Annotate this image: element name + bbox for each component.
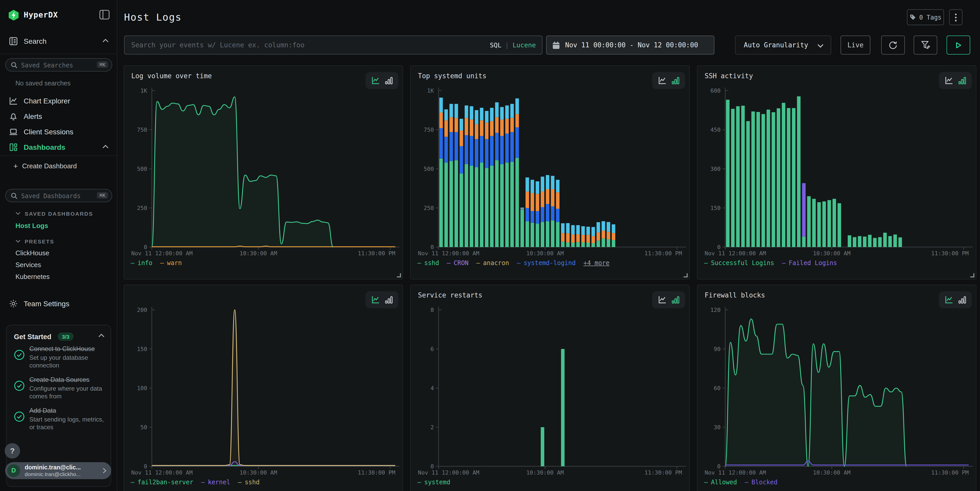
legend-more-link[interactable]: +4 more <box>584 259 609 267</box>
sidebar-item-client-sessions[interactable]: Client Sessions <box>0 125 117 138</box>
user-menu[interactable]: D dominic.tran@clic... dominic.tran@clic… <box>5 462 111 479</box>
create-dashboard-label: Create Dashboard <box>22 162 77 170</box>
svg-text:60: 60 <box>714 385 721 391</box>
line-chart-toggle-icon[interactable] <box>657 296 666 304</box>
chart-canvas[interactable]: 86420Nov 11 12:00:00 AM10:30:00 AM11:30:… <box>411 285 690 491</box>
chart-panel-firewall-blocks: Firewall blocks 1209060300Nov 11 12:00:0… <box>697 284 977 491</box>
sidebar-item-search[interactable]: Search <box>0 35 117 48</box>
sidebar-item-chart-explorer[interactable]: Chart Explorer <box>0 94 117 108</box>
legend-item[interactable]: —Failed Logins <box>782 259 837 267</box>
collapse-sidebar-icon[interactable] <box>99 10 110 19</box>
svg-text:11:30:00 PM: 11:30:00 PM <box>358 250 395 257</box>
chart-canvas[interactable]: 1K7505002500Nov 11 12:00:00 AM10:30:00 A… <box>411 66 690 280</box>
saved-searches-input[interactable]: Saved Searches ⌘K <box>5 58 112 72</box>
svg-text:500: 500 <box>423 166 434 172</box>
brand-name: HyperDX <box>24 10 58 19</box>
chart-legend: —Successful Logins—Failed Logins <box>704 259 837 267</box>
legend-item[interactable]: —Allowed <box>704 479 737 486</box>
svg-text:0: 0 <box>144 244 147 250</box>
kbd-shortcut: ⌘K <box>97 192 108 199</box>
chart-canvas[interactable]: 200150100500Nov 11 12:00:00 AM10:30:00 A… <box>124 285 404 491</box>
legend-item[interactable]: —Successful Logins <box>704 259 774 267</box>
legend-item[interactable]: —fail2ban-server <box>131 479 193 486</box>
panel-menu-button[interactable] <box>949 9 963 25</box>
chevron-right-icon <box>102 468 107 474</box>
legend-item[interactable]: —systemd-logind <box>517 259 576 267</box>
refresh-button[interactable] <box>881 35 905 54</box>
resize-handle[interactable] <box>970 273 974 277</box>
line-chart-toggle-icon[interactable] <box>371 296 380 304</box>
svg-text:Nov 11 12:00:00 AM: Nov 11 12:00:00 AM <box>705 469 766 476</box>
chart-type-toggle <box>366 72 398 89</box>
chevron-up-icon <box>102 145 108 149</box>
sidebar-item-host-logs[interactable]: Host Logs <box>16 222 48 230</box>
sidebar-item-team-settings[interactable]: Team Settings <box>0 297 117 310</box>
sql-toggle[interactable]: SQL <box>490 41 501 49</box>
live-button[interactable]: Live <box>840 35 870 54</box>
bar-chart-toggle-icon[interactable] <box>671 76 680 85</box>
legend-dash: — <box>131 259 134 267</box>
svg-text:Nov 11 12:00:00 AM: Nov 11 12:00:00 AM <box>418 469 479 476</box>
section-presets[interactable]: PRESETS <box>0 237 117 246</box>
sidebar-item-dashboards[interactable]: Dashboards <box>0 140 117 154</box>
event-search-input[interactable]: Search your events w/ Lucene ex. column:… <box>124 35 542 54</box>
sidebar-item-kubernetes[interactable]: Kubernetes <box>16 273 50 281</box>
bar-chart-toggle-icon[interactable] <box>384 296 393 304</box>
chart-panel-service-restarts: Service restarts 86420Nov 11 12:00:00 AM… <box>410 284 690 491</box>
chart-canvas[interactable]: 1K7505002500Nov 11 12:00:00 AM10:30:00 A… <box>124 66 404 280</box>
line-chart-toggle-icon[interactable] <box>944 296 953 304</box>
bar-chart-toggle-icon[interactable] <box>671 296 680 304</box>
legend-item[interactable]: —kernel <box>201 479 230 486</box>
line-chart-toggle-icon[interactable] <box>944 76 953 85</box>
sidebar-item-alerts[interactable]: Alerts <box>0 110 117 123</box>
granularity-select[interactable]: Auto Granularity <box>735 35 831 54</box>
kbd-shortcut: ⌘K <box>97 61 108 68</box>
svg-text:450: 450 <box>710 127 721 133</box>
chart-canvas[interactable]: 1209060300Nov 11 12:00:00 AM10:30:00 AM1… <box>697 285 977 491</box>
sidebar-item-label: Search <box>24 37 46 45</box>
chart-canvas[interactable]: 6004503001500Nov 11 12:00:00 AM10:30:00 … <box>697 66 977 280</box>
run-query-button[interactable] <box>947 35 970 54</box>
sidebar-item-clickhouse[interactable]: ClickHouse <box>16 249 49 257</box>
lucene-toggle[interactable]: Lucene <box>513 41 536 49</box>
no-saved-searches-note: No saved searches <box>16 80 70 87</box>
legend-dash: — <box>745 479 748 486</box>
svg-text:Nov 11 12:00:00 AM: Nov 11 12:00:00 AM <box>705 250 766 257</box>
legend-item[interactable]: —info <box>131 259 152 267</box>
legend-item[interactable]: —warn <box>160 259 182 267</box>
legend-item[interactable]: —CRON <box>447 259 468 267</box>
line-chart-toggle-icon[interactable] <box>371 76 380 85</box>
resize-handle[interactable] <box>397 273 401 277</box>
section-saved-dashboards[interactable]: SAVED DASHBOARDS <box>0 210 117 218</box>
get-started-step-sources[interactable]: Create Data Sources Configure where your… <box>7 372 111 402</box>
filter-edit-button[interactable] <box>913 35 937 54</box>
legend-item[interactable]: —sshd <box>417 259 439 267</box>
svg-text:300: 300 <box>710 166 721 172</box>
date-range-picker[interactable]: Nov 11 00:00:00 - Nov 12 00:00:00 <box>546 35 714 54</box>
resize-handle[interactable] <box>684 273 688 277</box>
bar-chart-toggle-icon[interactable] <box>384 76 393 85</box>
help-button[interactable]: ? <box>5 443 20 459</box>
toolbar: Search your events w/ Lucene ex. column:… <box>118 35 980 54</box>
get-started-step-connect[interactable]: Connect to ClickHouse Set up your databa… <box>7 341 111 372</box>
line-chart-toggle-icon[interactable] <box>657 76 666 85</box>
legend-item[interactable]: —Blocked <box>745 479 778 486</box>
svg-text:10:30:00 AM: 10:30:00 AM <box>526 469 564 476</box>
bar-chart-toggle-icon[interactable] <box>958 296 966 304</box>
chevron-up-icon[interactable] <box>98 334 105 338</box>
create-dashboard-button[interactable]: + Create Dashboard <box>0 160 117 172</box>
sidebar-item-services[interactable]: Services <box>16 261 41 269</box>
legend-item[interactable]: —systemd <box>417 479 450 486</box>
get-started-step-add-data[interactable]: Add Data Start sending logs, metrics, or… <box>7 402 111 433</box>
legend-item[interactable]: —anacron <box>476 259 509 267</box>
legend-item[interactable]: —sshd <box>238 479 259 486</box>
chart-panel-log-volume: Log volume over time 1K7505002500Nov 11 … <box>124 65 403 280</box>
bar-chart-toggle-icon[interactable] <box>958 76 966 85</box>
user-email: dominic.tran@clickho... <box>25 471 81 477</box>
tags-button[interactable]: 0 Tags <box>907 9 944 25</box>
main-content: Host Logs 0 Tags Search your events w/ L… <box>118 0 980 491</box>
saved-dashboards-input[interactable]: Saved Dashboards ⌘K <box>5 189 112 202</box>
legend-dash: — <box>417 479 421 486</box>
brand-row: HyperDX <box>0 9 117 22</box>
chart-type-toggle <box>652 291 685 308</box>
